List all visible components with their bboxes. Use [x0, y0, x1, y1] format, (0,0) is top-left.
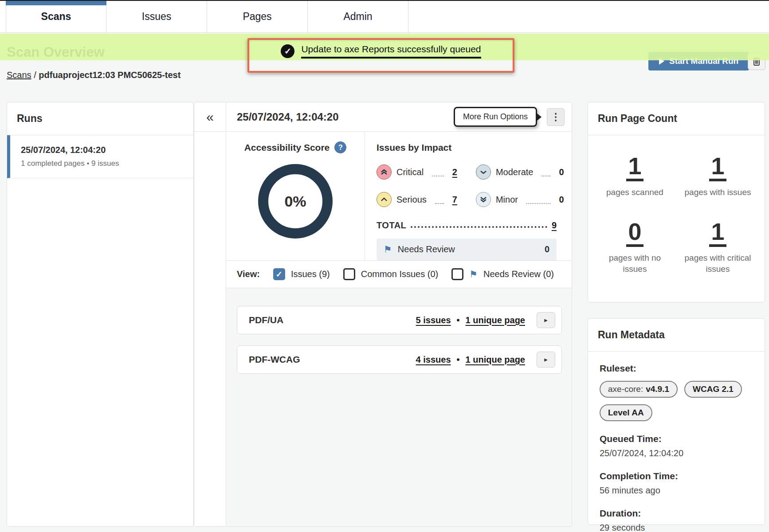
stat-value-link[interactable]: 0 [626, 219, 643, 247]
active-tab-indicator [6, 1, 106, 5]
filter-label: Common Issues (0) [361, 269, 439, 279]
stat-pages-with-issues: 1 pages with issues [676, 154, 759, 198]
filter-needs-review[interactable]: ⚑ Needs Review (0) [451, 268, 554, 280]
dotted-leader [411, 226, 547, 228]
chip-wcag: WCAG 2.1 [684, 381, 742, 398]
run-list-item[interactable]: 25/07/2024, 12:04:20 1 completed pages •… [7, 135, 193, 178]
collapse-sidebar-button[interactable]: « [206, 110, 214, 124]
flag-icon: ⚑ [469, 270, 478, 279]
view-filter-row: View: ✓ Issues (9) Common Issues (0) ⚑ N… [226, 260, 572, 288]
breadcrumb-scans-link[interactable]: Scans [7, 70, 31, 80]
chip-value: WCAG 2.1 [693, 384, 734, 394]
dotted-leader [526, 203, 550, 204]
tab-issues[interactable]: Issues [106, 1, 207, 32]
runs-panel: Runs 25/07/2024, 12:04:20 1 completed pa… [7, 102, 194, 527]
kebab-icon: ⋮ [551, 111, 561, 123]
issues-count-link[interactable]: 4 issues [416, 355, 451, 365]
stat-value-link[interactable]: 1 [626, 154, 643, 181]
stat-label: pages with no issues [597, 252, 673, 275]
tab-label: Issues [142, 11, 171, 23]
accessibility-score-value: 0% [284, 193, 306, 210]
impact-count-link[interactable]: 2 [452, 167, 457, 177]
dot-separator: • [457, 315, 460, 325]
run-item-date: 25/07/2024, 12:04:20 [21, 145, 184, 155]
banner-message-link[interactable]: Update to axe Reports successfully queue… [301, 44, 481, 59]
impact-label: Critical [396, 167, 424, 177]
tab-pages[interactable]: Pages [207, 1, 308, 32]
filter-label: Issues (9) [291, 269, 330, 279]
chip-level-aa: Level AA [600, 404, 652, 421]
collapse-strip [194, 132, 226, 526]
tab-admin[interactable]: Admin [308, 1, 408, 32]
checkbox-unchecked-icon[interactable] [343, 268, 355, 280]
stat-label: pages scanned [606, 187, 663, 198]
breadcrumb: Scans / pdfuaproject12:03 PMC50625-test [7, 70, 180, 80]
run-detail-panel: « 25/07/2024, 12:04:20 More Run Options … [194, 102, 572, 527]
chevron-double-up-icon [377, 164, 392, 180]
checkbox-unchecked-icon[interactable] [451, 268, 463, 280]
chevron-double-down-icon [476, 192, 491, 207]
chip-axe-core: axe-core: v4.9.1 [600, 381, 678, 398]
ruleset-label: Ruleset: [600, 363, 753, 374]
expand-row-button[interactable]: ▸ [537, 312, 555, 328]
filter-label: Needs Review (0) [483, 269, 554, 279]
field-value: 29 seconds [600, 523, 753, 532]
chip-value: Level AA [608, 408, 644, 418]
tooltip-arrow [537, 113, 541, 121]
view-label: View: [237, 269, 260, 279]
field-label: Duration: [600, 508, 753, 519]
collapse-cell: « [194, 102, 226, 131]
tab-label: Admin [343, 11, 372, 23]
issues-count-link[interactable]: 5 issues [416, 315, 451, 325]
expand-row-button[interactable]: ▸ [537, 352, 555, 368]
flag-icon: ⚑ [384, 245, 392, 254]
completion-time-field: Completion Time: 56 minutes ago [600, 471, 753, 496]
ruleset-name: PDF-WCAG [249, 354, 416, 365]
needs-review-bar: ⚑ Needs Review 0 [377, 239, 557, 260]
ruleset-results-list: PDF/UA 5 issues • 1 unique page ▸ PDF-WC… [226, 288, 572, 526]
run-page-count-title: Run Page Count [588, 102, 765, 135]
checkbox-checked-icon[interactable]: ✓ [273, 268, 285, 280]
field-label: Completion Time: [600, 471, 753, 481]
ruleset-name: PDF/UA [249, 315, 416, 325]
duration-field: Duration: 29 seconds [600, 508, 753, 532]
dotted-leader [432, 176, 444, 176]
impact-row-critical: Critical 2 [377, 164, 457, 180]
chip-prefix: axe-core: [608, 384, 643, 394]
tab-label: Scans [41, 11, 71, 23]
breadcrumb-separator: / [34, 70, 36, 80]
unique-pages-link[interactable]: 1 unique page [466, 315, 525, 325]
filter-common-issues[interactable]: Common Issues (0) [343, 268, 439, 280]
accessibility-score-title: Accessibility Score [244, 142, 330, 153]
impact-row-moderate: Moderate 0 [476, 164, 564, 180]
score-and-impact-section: Accessibility Score ? 0% Issues by Impac… [226, 132, 572, 260]
impact-label: Serious [396, 195, 427, 205]
ruleset-chips: axe-core: v4.9.1 WCAG 2.1 Level AA [600, 381, 753, 421]
run-metadata-panel: Run Metadata Ruleset: axe-core: v4.9.1 W… [588, 318, 765, 525]
stat-pages-scanned: 1 pages scanned [593, 154, 676, 198]
chip-value: v4.9.1 [646, 384, 669, 394]
impact-label: Minor [496, 195, 518, 205]
dotted-leader [435, 203, 444, 204]
issues-by-impact-section: Issues by Impact Critical 2 [365, 132, 572, 260]
more-run-options-tooltip: More Run Options [454, 107, 537, 127]
unique-pages-link[interactable]: 1 unique page [466, 355, 525, 365]
check-circle-icon: ✓ [281, 44, 294, 58]
impact-count-link[interactable]: 7 [452, 195, 457, 205]
chevron-right-icon: ▸ [544, 316, 548, 324]
stat-value-link[interactable]: 1 [709, 219, 726, 247]
stat-value-link[interactable]: 1 [709, 154, 726, 181]
impact-total-row: TOTAL 9 [377, 220, 557, 231]
needs-review-label: Needs Review [398, 244, 539, 254]
impact-count: 0 [559, 167, 564, 177]
total-count-link[interactable]: 9 [552, 220, 557, 231]
more-run-options-button[interactable]: ⋮ [547, 108, 565, 126]
chevron-up-icon [377, 192, 392, 207]
tab-scans[interactable]: Scans [6, 1, 106, 32]
chevron-down-icon [476, 164, 491, 180]
accessibility-score-section: Accessibility Score ? 0% [226, 132, 365, 260]
filter-issues[interactable]: ✓ Issues (9) [273, 268, 330, 280]
help-icon[interactable]: ? [334, 141, 346, 153]
run-detail-header: « 25/07/2024, 12:04:20 More Run Options … [194, 102, 572, 132]
impact-row-minor: Minor 0 [476, 192, 564, 207]
